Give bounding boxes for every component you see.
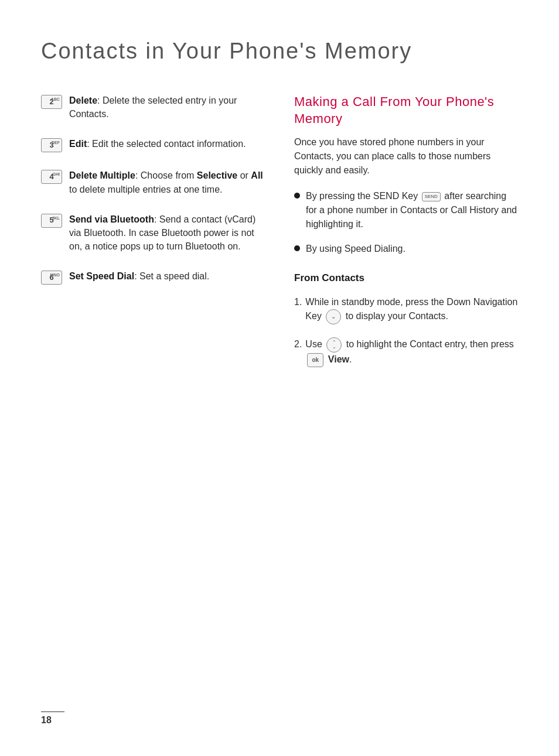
section-title: Making a Call From Your Phone's Memory	[294, 94, 518, 127]
intro-text: Once you have stored phone numbers in yo…	[294, 135, 518, 177]
key-icon-3def: 3 DEF	[41, 138, 62, 152]
step-2-text: Use ⌃⌄ to highlight the Contact entry, t…	[305, 337, 518, 367]
menu-desc-speed-dial: : Set a speed dial.	[134, 271, 209, 281]
key-icon-4ghi: 4 GHI	[41, 170, 62, 184]
menu-item-bluetooth: 5 JKL Send via Bluetooth: Send a contact…	[41, 213, 265, 254]
left-column: 2 ABC Delete: Delete the selected entry …	[41, 94, 265, 380]
step-1: 1. While in standby mode, press the Down…	[294, 295, 518, 324]
bullet-dot-1	[294, 193, 300, 199]
bullet-item-send-key: By pressing the SEND Key SEND after sear…	[294, 189, 518, 231]
bullet-text-2: By using Speed Dialing.	[306, 242, 405, 256]
menu-text-speed-dial: Set Speed Dial: Set a speed dial.	[69, 269, 265, 283]
menu-desc-edit: : Edit the selected contact information.	[87, 139, 246, 149]
page-footer-line	[41, 711, 64, 712]
view-label: View	[328, 354, 349, 364]
key-letters: ABC	[51, 97, 60, 102]
menu-text-delete-multiple: Delete Multiple: Choose from Selective o…	[69, 169, 265, 196]
key-icon-2abc: 2 ABC	[41, 95, 62, 109]
key-letters: JKL	[52, 215, 60, 221]
menu-label-edit: Edit	[69, 139, 87, 149]
selective-label: Selective	[197, 170, 237, 180]
bullet-item-speed-dialing: By using Speed Dialing.	[294, 242, 518, 256]
menu-item-edit: 3 DEF Edit: Edit the selected contact in…	[41, 137, 265, 152]
menu-label-speed-dial: Set Speed Dial	[69, 271, 134, 281]
key-icon-5jkl: 5 JKL	[41, 214, 62, 228]
menu-item-delete: 2 ABC Delete: Delete the selected entry …	[41, 94, 265, 121]
key-letters: GHI	[53, 172, 60, 177]
ok-key-icon: ok	[307, 353, 323, 367]
menu-label-delete-multiple: Delete Multiple	[69, 170, 135, 180]
subsection-title: From Contacts	[294, 271, 518, 286]
page-number: 18	[41, 713, 52, 727]
menu-label-delete: Delete	[69, 95, 97, 105]
numbered-list: 1. While in standby mode, press the Down…	[294, 295, 518, 367]
menu-text-bluetooth: Send via Bluetooth: Send a contact (vCar…	[69, 213, 265, 254]
step-1-text: While in standby mode, press the Down Na…	[305, 295, 518, 324]
nav-scroll-key-icon: ⌃⌄	[326, 337, 342, 353]
all-label: All	[251, 170, 263, 180]
down-nav-key-icon: ⌄	[326, 309, 341, 324]
key-letters: MNO	[50, 272, 60, 278]
menu-label-bluetooth: Send via Bluetooth	[69, 214, 154, 224]
content-grid: 2 ABC Delete: Delete the selected entry …	[41, 94, 518, 380]
right-column: Making a Call From Your Phone's Memory O…	[294, 94, 518, 380]
send-key-badge: SEND	[422, 192, 441, 201]
menu-item-delete-multiple: 4 GHI Delete Multiple: Choose from Selec…	[41, 169, 265, 196]
menu-text-edit: Edit: Edit the selected contact informat…	[69, 137, 265, 150]
step-2-number: 2.	[294, 337, 302, 351]
step-1-number: 1.	[294, 295, 302, 309]
bullet-dot-2	[294, 245, 300, 251]
key-icon-6mno: 6 MNO	[41, 271, 62, 285]
page-title: Contacts in Your Phone's Memory	[41, 35, 518, 67]
step-2: 2. Use ⌃⌄ to highlight the Contact entry…	[294, 337, 518, 367]
bullet-list: By pressing the SEND Key SEND after sear…	[294, 189, 518, 256]
bullet-text-1: By pressing the SEND Key SEND after sear…	[306, 189, 518, 231]
menu-item-speed-dial: 6 MNO Set Speed Dial: Set a speed dial.	[41, 269, 265, 285]
key-letters: DEF	[52, 140, 60, 146]
menu-text-delete: Delete: Delete the selected entry in you…	[69, 94, 265, 121]
